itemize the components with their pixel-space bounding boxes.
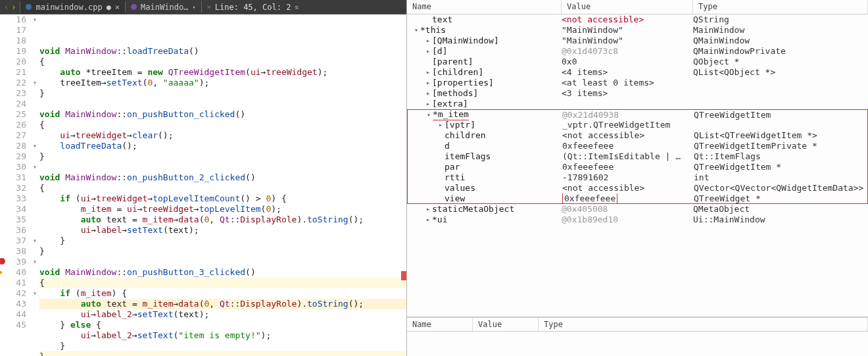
code-line[interactable]: treeItem→setText(0, "aaaaa");	[39, 78, 406, 88]
expand-icon[interactable]: ▸	[424, 36, 432, 46]
code-line[interactable]: {	[39, 120, 406, 130]
code-line[interactable]: {	[39, 183, 406, 193]
tab-label: mainwindow.cpp	[36, 3, 102, 12]
locals-header: Name Value Type	[407, 0, 868, 14]
code-line[interactable]: void MainWindow::on_pushButton_3_clicked…	[39, 267, 406, 278]
cpp-file-icon	[26, 4, 32, 10]
code-line[interactable]: } else {	[39, 320, 406, 330]
nav-forward-icon[interactable]: ›	[11, 3, 16, 12]
variable-row[interactable]: ▾*m_item@0x21d40938QTreeWidgetItem	[407, 109, 868, 120]
expand-icon[interactable]: ▸	[424, 88, 432, 99]
variable-value: <not accessible>	[562, 183, 694, 193]
variable-row[interactable]: text<not accessible>QString	[407, 14, 868, 25]
fold-column[interactable]: ▾▾▾▾▾▾▾	[30, 14, 39, 356]
variable-row[interactable]: itemFlags(Qt::ItemIsEditable | …Qt::Item…	[407, 151, 868, 162]
variable-value: 0xfeeefeee	[562, 193, 694, 204]
code-line[interactable]: {	[39, 57, 406, 67]
code-line[interactable]: auto *treeItem = new QTreeWidgetItem(ui→…	[39, 67, 406, 78]
col-name[interactable]: Name	[407, 318, 473, 331]
expand-icon[interactable]: ▸	[424, 46, 432, 57]
line-number-gutter[interactable]: 1617181920212223242526272829303132333435…	[0, 14, 30, 356]
code-line[interactable]: }	[39, 88, 406, 99]
code-line[interactable]: loadTreeData();	[39, 141, 406, 151]
variable-row[interactable]: par0xfeeefeeeQTreeWidgetItem *	[407, 162, 868, 172]
variable-row[interactable]: ▸[properties]<at least 0 items>	[407, 78, 868, 88]
code-line[interactable]: auto text = m_item→data(0, Qt::DisplayRo…	[39, 215, 406, 225]
code-line[interactable]: ui→label_2→setText(text);	[39, 309, 406, 320]
variable-type: QTreeWidget *	[694, 193, 867, 204]
code-line[interactable]: }	[39, 341, 406, 351]
variable-name: rtti	[445, 172, 465, 183]
variable-row[interactable]: ▸[d]@0x1d4073c8QMainWindowPrivate	[407, 46, 868, 57]
col-value[interactable]: Value	[562, 0, 693, 14]
code-line[interactable]: void MainWindow::on_pushButton_clicked()	[39, 109, 406, 120]
editor-tabbar: ‹ › mainwindow.cpp ● × MainWindo… ▾ » Li…	[0, 0, 406, 14]
tab-mainwindow-cpp[interactable]: mainwindow.cpp ● ×	[20, 0, 125, 14]
code-line[interactable]	[39, 99, 406, 109]
nav-back-icon[interactable]: ‹	[4, 3, 9, 12]
code-line[interactable]: auto text = m_item→data(0, Qt::DisplayRo…	[39, 299, 406, 309]
expand-icon[interactable]: ▸	[424, 99, 432, 109]
code-line[interactable]: }	[39, 246, 406, 257]
variable-row[interactable]: d0xfeeefeeeQTreeWidgetItemPrivate *	[407, 141, 868, 151]
code-area[interactable]: void MainWindow::loadTreeData(){ auto *t…	[39, 14, 406, 356]
variable-type: Ui::MainWindow	[693, 215, 868, 225]
variable-row[interactable]: ▾*this"MainWindow"MainWindow	[407, 25, 868, 36]
variable-name: [properties]	[432, 78, 494, 88]
tab-label: MainWindo…	[141, 3, 188, 12]
variable-row[interactable]: ▸[extra]	[407, 99, 868, 109]
locals-tree[interactable]: text<not accessible>QString▾*this"MainWi…	[407, 14, 868, 317]
code-line[interactable]: void MainWindow::loadTreeData()	[39, 46, 406, 57]
expand-icon[interactable]: ▸	[424, 215, 432, 225]
variable-type: QTreeWidgetItem	[694, 110, 867, 120]
code-line[interactable]: ui→label→setText(text);	[39, 225, 406, 236]
expand-icon[interactable]: ▸	[437, 120, 445, 130]
variable-row[interactable]: ▸[methods]<3 items>	[407, 88, 868, 99]
code-line[interactable]: ui→treeWidget→clear();	[39, 130, 406, 141]
variable-row[interactable]: ▸[vptr]_vptr.QTreeWidgetItem	[407, 120, 868, 130]
code-editor[interactable]: 1617181920212223242526272829303132333435…	[0, 14, 406, 356]
code-line[interactable]	[39, 257, 406, 267]
code-line[interactable]: }	[39, 236, 406, 246]
variable-name: text	[432, 14, 452, 25]
expand-icon[interactable]: ▸	[424, 67, 432, 78]
expand-icon[interactable]: ▾	[425, 110, 433, 120]
variable-type: QList<QTreeWidgetItem *>	[694, 130, 867, 141]
variable-name: children	[445, 130, 486, 141]
variable-name: *m_item	[433, 109, 469, 120]
code-line[interactable]: {	[39, 278, 406, 288]
cursor-location[interactable]: » Line: 45, Col: 2 ⇅	[202, 0, 304, 14]
variable-row[interactable]: ▸staticMetaObject@0x405008QMetaObject	[407, 204, 868, 215]
code-line[interactable]: void MainWindow::on_pushButton_2_clicked…	[39, 172, 406, 183]
close-icon[interactable]: ×	[115, 3, 120, 12]
col-type[interactable]: Type	[539, 318, 868, 331]
code-line[interactable]: }	[39, 351, 406, 356]
col-type[interactable]: Type	[693, 0, 868, 14]
variable-row[interactable]: [parent]0x0QObject *	[407, 57, 868, 67]
col-value[interactable]: Value	[473, 318, 539, 331]
tab-mainwindow-h[interactable]: MainWindo… ▾	[126, 0, 201, 14]
dropdown-icon[interactable]: ▾	[192, 4, 195, 11]
variable-type: QVector<QVector<QWidgetItemData>>	[694, 183, 867, 193]
variable-name: *this	[420, 25, 446, 36]
variable-row[interactable]: rtti-17891602int	[407, 172, 868, 183]
expand-icon[interactable]: ▸	[424, 204, 432, 215]
code-line[interactable]: }	[39, 151, 406, 162]
expand-icon[interactable]: ▾	[412, 25, 420, 36]
expand-icon[interactable]: ▸	[424, 78, 432, 88]
variable-row[interactable]: view0xfeeefeeeQTreeWidget *	[407, 193, 868, 204]
code-line[interactable]	[39, 162, 406, 172]
code-line[interactable]: ui→label_2→setText("item is empty!");	[39, 330, 406, 341]
variable-row[interactable]: ▸*ui@0x1b89ed10Ui::MainWindow	[407, 215, 868, 225]
variable-name: d	[445, 141, 450, 151]
code-line[interactable]: if (ui→treeWidget→topLevelItemCount() > …	[39, 193, 406, 204]
variable-row[interactable]: children<not accessible>QList<QTreeWidge…	[407, 130, 868, 141]
code-line[interactable]: m_item = ui→treeWidget→topLevelItem(0);	[39, 204, 406, 215]
variable-row[interactable]: ▸[QMainWindow]"MainWindow"QMainWindow	[407, 36, 868, 46]
col-name[interactable]: Name	[407, 0, 562, 14]
variable-name: [parent]	[432, 57, 473, 67]
expressions-panel: Name Value Type	[407, 317, 868, 356]
variable-row[interactable]: values<not accessible>QVector<QVector<QW…	[407, 183, 868, 193]
code-line[interactable]: if (m_item) {	[39, 288, 406, 299]
variable-row[interactable]: ▸[children]<4 items>QList<QObject *>	[407, 67, 868, 78]
